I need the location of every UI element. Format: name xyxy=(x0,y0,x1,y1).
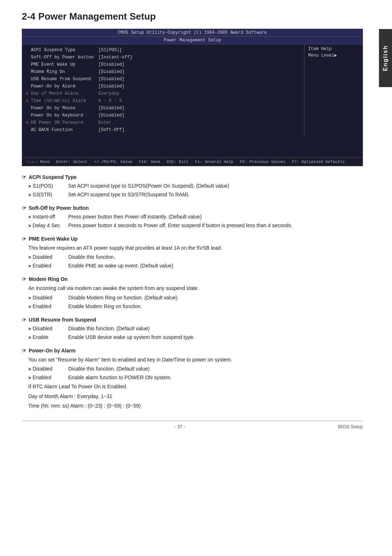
bullet-desc: Enable USB device wake up system from su… xyxy=(68,334,363,341)
footer-right-label: BIOS Setup xyxy=(338,424,363,429)
extra-note: Day of Month Alarm : Everyday, 1~31 xyxy=(28,392,363,400)
section-modem-ring-on: Modem Ring OnAn incoming call via modem … xyxy=(22,276,363,310)
bullet-desc: Enable Modem Ring on function. xyxy=(68,303,363,310)
section-heading-acpi-suspend-type: ACPI Suspend Type xyxy=(22,174,363,180)
bullet-label: Disabled xyxy=(28,253,68,261)
section-heading-pme-event-wake-up: PME Event Wake Up xyxy=(22,236,363,242)
section-heading-usb-resume-suspend: USB Resume from Suspend xyxy=(22,317,363,323)
section-heading-modem-ring-on: Modem Ring On xyxy=(22,276,363,282)
bullet-item: S3(STR) Set ACPI suspend type to S3/STR(… xyxy=(28,191,363,199)
section-body-soft-off-power: Instant-off Press power button then Powe… xyxy=(28,213,363,229)
bullet-desc: Disable this function. xyxy=(68,253,363,261)
bios-row: Soft-Off by Power button[Instant-off] xyxy=(26,54,301,61)
bios-row: Power On by Keyboard[Disabled] xyxy=(26,112,301,119)
bios-row: ACPI Suspend Type[S1(POS)] xyxy=(26,46,301,54)
bios-help-panel: Item Help Menu Level▶ xyxy=(305,44,363,136)
bullet-item: Disabled Disable this function. (Default… xyxy=(28,365,363,373)
bullet-label: Disabled xyxy=(28,365,68,373)
bullet-label: Instant-off xyxy=(28,213,68,221)
bios-row: Power-On by Alarm[Disabled] xyxy=(26,83,301,90)
bios-setup-box: CMOS Setup Utility-Copyright (C) 1984-20… xyxy=(22,29,363,166)
bullet-label: S3(STR) xyxy=(28,191,68,199)
bios-header-line1: CMOS Setup Utility-Copyright (C) 1984-20… xyxy=(22,29,363,37)
bullet-label: Enabled xyxy=(28,262,68,270)
bullet-label: Enable xyxy=(28,334,68,341)
bullet-label: Enabled xyxy=(28,303,68,310)
sections-container: ACPI Suspend Type S1(POS) Set ACPI suspe… xyxy=(22,174,363,410)
bullet-item: Disabled Disable this function. (Default… xyxy=(28,325,363,332)
bullet-desc: Disable Modem Ring on function. (Default… xyxy=(68,294,363,302)
bullet-label: Disabled xyxy=(28,325,68,332)
bullet-desc: Disable this function. (Default value) xyxy=(68,365,363,373)
bullet-item: Delay 4 Sec Press power button 4 seconds… xyxy=(28,222,363,229)
bullet-label: S1(POS) xyxy=(28,182,68,190)
bullet-item: Enabled Enable alarm function to POWER O… xyxy=(28,374,363,381)
section-heading-power-on-alarm: Power-On by Alarm xyxy=(22,348,363,353)
page-footer: - 37 - BIOS Setup xyxy=(22,421,363,429)
bullet-item: Disabled Disable this function. xyxy=(28,253,363,261)
bios-nav-item: F5: Previous Values xyxy=(240,160,285,164)
bullet-desc: Press power button then Power off instan… xyxy=(68,213,363,221)
bios-nav-item: ↑↓→←: Move xyxy=(26,160,50,164)
bios-nav-item: F7: Optimized Defaults xyxy=(292,160,344,164)
bios-nav-item: Enter: Select xyxy=(56,160,87,164)
section-heading-soft-off-power: Soft-Off by Power button xyxy=(22,205,363,211)
bios-row: AC BACK Function[Soft-Off] xyxy=(26,126,301,134)
bullet-item: Enabled Enable Modem Ring on function. xyxy=(28,303,363,310)
section-note: This feature requires an ATX power suppl… xyxy=(28,244,363,252)
bios-row: Modem Ring On[Disabled] xyxy=(26,68,301,75)
bios-row: xDay of Month AlarmEveryday xyxy=(26,90,301,97)
bullet-item: S1(POS) Set ACPI suspend type to S1/POS(… xyxy=(28,182,363,190)
bullet-label: Disabled xyxy=(28,294,68,302)
section-power-on-alarm: Power-On by AlarmYou can set "Resume by … xyxy=(22,348,363,410)
extra-note: Time (hh: mm: ss) Alarm : (0~23) : (0~59… xyxy=(28,402,363,410)
section-body-pme-event-wake-up: This feature requires an ATX power suppl… xyxy=(28,244,363,270)
bios-nav-item: F1: General Help xyxy=(195,160,233,164)
section-acpi-suspend-type: ACPI Suspend Type S1(POS) Set ACPI suspe… xyxy=(22,174,363,199)
main-content: 2-4Power Management Setup CMOS Setup Uti… xyxy=(0,0,392,444)
bullet-desc: Press power button 4 seconds to Power of… xyxy=(68,222,363,229)
section-usb-resume-suspend: USB Resume from Suspend Disabled Disable… xyxy=(22,317,363,341)
bullet-desc: Set ACPI suspend type to S1/POS(Power On… xyxy=(68,182,363,190)
section-number: 2-4 xyxy=(22,11,36,22)
bullet-desc: Enable PME as wake up event. (Default va… xyxy=(68,262,363,270)
section-body-usb-resume-suspend: Disabled Disable this function. (Default… xyxy=(28,325,363,341)
item-help-label: Item Help xyxy=(308,46,359,52)
bios-row: PME Event Wake Up[Disabled] xyxy=(26,61,301,68)
bios-header-line2: Power Management Setup xyxy=(22,37,363,44)
bullet-item: Disabled Disable Modem Ring on function.… xyxy=(28,294,363,302)
bios-nav-bar: ↑↓→←: MoveEnter: Select+/-/PU/PD: ValueF… xyxy=(22,158,363,166)
bios-nav-item: +/-/PU/PD: Value xyxy=(94,160,132,164)
bios-row: USB Resume from Suspend[Disabled] xyxy=(26,75,301,83)
bios-row: Power On by Mouse[Disabled] xyxy=(26,105,301,112)
bullet-label: Delay 4 Sec xyxy=(28,222,68,229)
bullet-item: Enabled Enable PME as wake up event. (De… xyxy=(28,262,363,270)
section-pme-event-wake-up: PME Event Wake UpThis feature requires a… xyxy=(22,236,363,270)
section-note: You can set "Resume by Alarm" item to en… xyxy=(28,356,363,364)
bullet-item: Instant-off Press power button then Powe… xyxy=(28,213,363,221)
bios-row: xTime (hh:mm:ss) Alarm0 : 0 : 0 xyxy=(26,97,301,105)
section-note: An incoming call via modem can awake the… xyxy=(28,284,363,292)
bios-row: xKB Power ON PasswordEnter xyxy=(26,119,301,126)
bullet-item: Enable Enable USB device wake up system … xyxy=(28,334,363,341)
bullet-desc: Set ACPI suspend type to S3/STR(Suspend … xyxy=(68,191,363,199)
bullet-label: Enabled xyxy=(28,374,68,381)
bios-settings-panel: ACPI Suspend Type[S1(POS)]Soft-Off by Po… xyxy=(22,44,305,136)
section-body-acpi-suspend-type: S1(POS) Set ACPI suspend type to S1/POS(… xyxy=(28,182,363,199)
section-body-modem-ring-on: An incoming call via modem can awake the… xyxy=(28,284,363,310)
bios-nav-item: F10: Save xyxy=(139,160,160,164)
page-number: - 37 - xyxy=(22,424,338,429)
section-soft-off-power: Soft-Off by Power button Instant-off Pre… xyxy=(22,205,363,229)
bullet-desc: Enable alarm function to POWER ON system… xyxy=(68,374,363,381)
english-tab: English xyxy=(379,29,392,87)
page-title: 2-4Power Management Setup xyxy=(22,11,363,22)
bios-nav-item: ESC: Exit xyxy=(167,160,188,164)
extra-note: If RTC Alarm Lead To Power On is Enabled… xyxy=(28,383,363,391)
section-body-power-on-alarm: You can set "Resume by Alarm" item to en… xyxy=(28,356,363,410)
menu-level-label: Menu Level▶ xyxy=(308,53,359,58)
bullet-desc: Disable this function. (Default value) xyxy=(68,325,363,332)
